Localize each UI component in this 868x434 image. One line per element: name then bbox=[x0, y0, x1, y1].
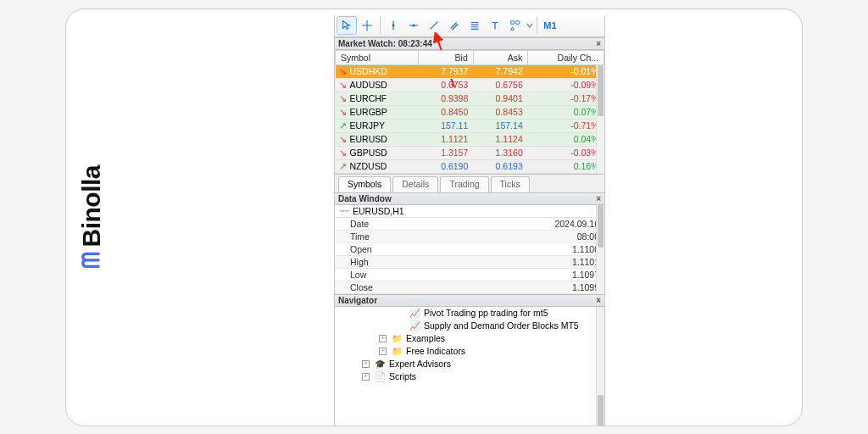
text-tool[interactable] bbox=[485, 16, 505, 35]
close-icon[interactable]: × bbox=[596, 194, 601, 203]
toolbar-separator bbox=[537, 17, 537, 34]
brand-logo-text: ᗰ Binolla bbox=[77, 165, 106, 269]
fibonacci-tool[interactable] bbox=[465, 16, 485, 35]
scrollbar-thumb[interactable] bbox=[598, 205, 604, 248]
svg-point-3 bbox=[515, 20, 519, 24]
navigator-item[interactable]: +📁Free Indicators bbox=[335, 345, 604, 358]
market-watch-row[interactable]: ↗EURJPY157.11157.14-0.71% bbox=[336, 119, 604, 132]
col-symbol[interactable]: Symbol bbox=[336, 50, 419, 64]
navigator-item[interactable]: 📈Pivot Trading pp trading for mt5 bbox=[335, 307, 604, 320]
data-window-row: Time08:00 bbox=[335, 231, 604, 243]
navigator-item[interactable]: +🎓Expert Advisors bbox=[335, 358, 604, 370]
data-window-row: Open1.1100 bbox=[335, 243, 604, 256]
toolbar-separator bbox=[380, 17, 381, 34]
data-window-title: Data Window bbox=[338, 194, 392, 203]
svg-point-0 bbox=[392, 24, 394, 26]
market-watch-row[interactable]: ↘GBPUSD1.31571.3160-0.03% bbox=[336, 146, 604, 159]
col-ask[interactable]: Ask bbox=[473, 50, 527, 64]
navigator-scrollbar[interactable] bbox=[596, 307, 604, 426]
market-watch-tab[interactable]: Trading bbox=[440, 176, 488, 192]
expand-icon[interactable]: + bbox=[379, 348, 387, 355]
market-watch-tab[interactable]: Details bbox=[392, 176, 438, 192]
navigator-item[interactable]: +📁Examples bbox=[335, 332, 604, 345]
expand-icon[interactable]: + bbox=[362, 360, 370, 368]
navigator-title-bar: Navigator × bbox=[335, 294, 604, 307]
expand-icon[interactable]: + bbox=[362, 373, 370, 381]
vertical-line-tool[interactable] bbox=[383, 16, 403, 35]
market-watch-tab[interactable]: Symbols bbox=[338, 176, 391, 192]
cursor-tool[interactable] bbox=[337, 16, 357, 35]
col-daily-change[interactable]: Daily Ch... bbox=[528, 50, 604, 64]
drawing-toolbar: M1 bbox=[335, 15, 604, 37]
market-watch-row[interactable]: ↘AUDUSD0.67530.6756-0.09% bbox=[336, 78, 604, 92]
close-icon[interactable]: × bbox=[596, 39, 601, 48]
svg-point-1 bbox=[412, 24, 415, 26]
app-card: ᗰ Binolla bbox=[65, 8, 803, 426]
data-window-symbol: EURUSD,H1 bbox=[353, 206, 404, 216]
col-bid[interactable]: Bid bbox=[419, 50, 473, 64]
svg-rect-2 bbox=[511, 21, 515, 25]
brand-name: Binolla bbox=[77, 165, 106, 248]
expand-icon[interactable]: + bbox=[379, 335, 387, 342]
scrollbar-thumb[interactable] bbox=[598, 65, 604, 116]
close-icon[interactable]: × bbox=[596, 296, 601, 305]
market-watch-title: Market Watch: 08:23:44 bbox=[338, 39, 432, 48]
data-window-row: Date2024.09.16 bbox=[335, 218, 604, 231]
navigator-title: Navigator bbox=[338, 296, 377, 305]
market-watch-tab[interactable]: Ticks bbox=[491, 176, 530, 192]
data-window-symbol-row[interactable]: 〰 EURUSD,H1 bbox=[335, 205, 604, 218]
market-watch-scrollbar[interactable] bbox=[596, 65, 604, 174]
data-window-row: Close1.1099 bbox=[335, 281, 604, 294]
objects-tool[interactable] bbox=[505, 16, 526, 35]
market-watch-table: Symbol Bid Ask Daily Ch... ↘USDHKD7.7937… bbox=[335, 50, 604, 174]
horizontal-line-tool[interactable] bbox=[403, 16, 424, 35]
market-watch-row[interactable]: ↘EURUSD1.11211.11240.04% bbox=[336, 132, 604, 146]
objects-dropdown-icon[interactable] bbox=[526, 16, 534, 35]
scrollbar-thumb[interactable] bbox=[598, 395, 604, 426]
navigator-item[interactable]: 📈Supply and Demand Order Blocks MT5 bbox=[335, 320, 604, 332]
navigator-item[interactable]: +📄Scripts bbox=[335, 370, 604, 383]
timeframe-m1[interactable]: M1 bbox=[540, 16, 560, 35]
brand-mark-icon: ᗰ bbox=[78, 253, 106, 270]
data-window-row: Low1.1097 bbox=[335, 269, 604, 281]
data-window-title-bar: Data Window × bbox=[335, 192, 604, 205]
market-watch-row[interactable]: ↘USDHKD7.79377.7942-0.01% bbox=[336, 64, 604, 78]
market-watch-row[interactable]: ↗NZDUSD0.61900.61930.16% bbox=[336, 159, 604, 173]
panel-column: M1 Market Watch: 08:23:44 × Symbol Bid A… bbox=[334, 15, 605, 426]
trendline-tool[interactable] bbox=[424, 16, 444, 35]
market-watch-row[interactable]: ↘EURCHF0.93980.9401-0.17% bbox=[336, 92, 604, 105]
data-window-row: High1.1101 bbox=[335, 256, 604, 269]
crosshair-tool[interactable] bbox=[357, 16, 377, 35]
market-watch-title-bar: Market Watch: 08:23:44 × bbox=[335, 37, 604, 50]
data-window-scrollbar[interactable] bbox=[596, 205, 604, 294]
market-watch-tabs: SymbolsDetailsTradingTicks bbox=[335, 174, 604, 192]
equidistant-channel-tool[interactable] bbox=[444, 16, 465, 35]
market-watch-row[interactable]: ↘EURGBP0.84500.84530.07% bbox=[336, 105, 604, 119]
